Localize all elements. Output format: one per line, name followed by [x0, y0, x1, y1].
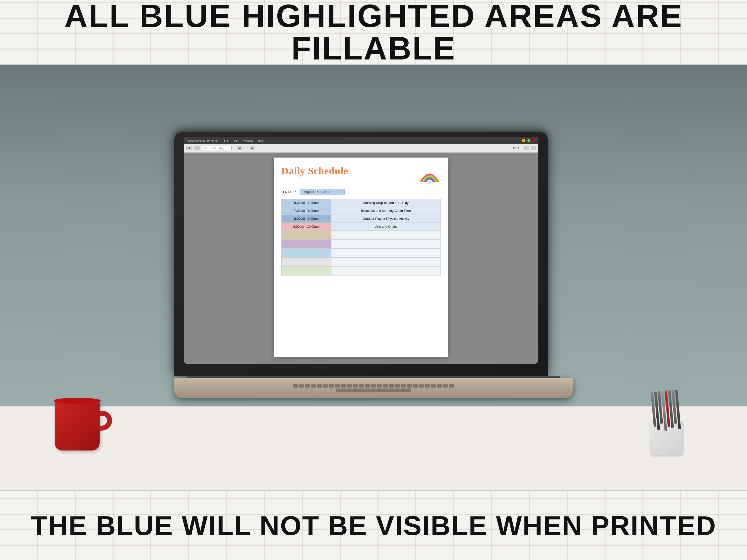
zoom-in-btn[interactable]: + [524, 146, 530, 150]
acrobat-menu-edit[interactable]: Edit [234, 139, 238, 142]
table-row [282, 267, 441, 275]
date-row: DATE : August 15th, 2023 [281, 189, 441, 195]
time-cell-empty[interactable] [282, 240, 331, 249]
document-title: Daily Schedule [281, 165, 348, 177]
laptop-keyboard-base [174, 378, 573, 398]
zoom-out-btn[interactable]: − [531, 146, 536, 150]
time-cell-empty[interactable] [282, 231, 331, 240]
zoom-level: 125% [513, 147, 519, 150]
document-area: Daily Schedule [184, 153, 538, 364]
close-btn[interactable] [532, 139, 535, 142]
search-btn[interactable]: 🔍 [194, 146, 200, 150]
bottom-banner-text: THE BLUE WILL NOT BE VISIBLE WHEN PRINTE… [31, 512, 717, 539]
schedule-table: 6.00am - 7.00am Morning Drop-off and Fre… [281, 198, 441, 275]
laptop-screen-bezel: Adobe Acrobat Pro (64-bit) File Edit Win… [174, 132, 548, 376]
time-cell[interactable]: 7.00am - 8.00am [282, 207, 331, 215]
pencil-holder [650, 421, 682, 455]
table-row [282, 240, 441, 249]
top-banner: ALL BLUE HIGHLIGHTED AREAS ARE FILLABLE [0, 0, 747, 65]
acrobat-toolbar: 🖨 🔍 Add a subheading... ◀ 1 / 1 ▶ 125% +… [184, 144, 538, 153]
laptop: Adobe Acrobat Pro (64-bit) File Edit Win… [174, 132, 573, 398]
trackpad [336, 389, 411, 392]
activity-cell-empty[interactable] [331, 267, 441, 275]
acrobat-title: Adobe Acrobat Pro (64-bit) [187, 139, 219, 142]
laptop-base-area [174, 376, 573, 398]
table-row: 8.00am - 9.00am Outdoor Play or Physical… [282, 215, 441, 223]
acrobat-titlebar: Adobe Acrobat Pro (64-bit) File Edit Win… [184, 137, 538, 144]
table-row: 6.00am - 7.00am Morning Drop-off and Fre… [282, 199, 441, 207]
bottom-banner: THE BLUE WILL NOT BE VISIBLE WHEN PRINTE… [0, 490, 747, 560]
activity-cell[interactable]: Outdoor Play or Physical Activity [331, 215, 441, 223]
prev-page-btn[interactable]: ◀ [237, 146, 242, 150]
doc-header: Daily Schedule [281, 165, 441, 185]
activity-cell-empty[interactable] [331, 240, 441, 249]
page-indicator: ◀ 1 / 1 ▶ [237, 146, 255, 150]
rainbow-icon [418, 165, 441, 185]
next-page-btn[interactable]: ▶ [250, 146, 255, 150]
time-cell[interactable]: 8.00am - 9.00am [282, 215, 331, 223]
time-cell-empty[interactable] [282, 267, 331, 275]
activity-cell-empty[interactable] [331, 249, 441, 258]
maximize-btn[interactable] [527, 139, 531, 142]
date-label: DATE [281, 190, 292, 194]
time-cell-empty[interactable] [282, 249, 331, 258]
desk-surface [0, 406, 747, 490]
table-row [282, 258, 441, 267]
acrobat-menu-help[interactable]: Help [258, 139, 264, 142]
table-row: 7.00am - 8.00am Breakfast and Morning Ci… [282, 207, 441, 215]
date-value[interactable]: August 15th, 2023 [300, 189, 344, 195]
laptop-screen: Adobe Acrobat Pro (64-bit) File Edit Win… [184, 137, 538, 364]
top-banner-text: ALL BLUE HIGHLIGHTED AREAS ARE FILLABLE [0, 0, 747, 64]
table-row [282, 231, 441, 240]
red-mug [55, 401, 105, 455]
activity-cell[interactable]: Breakfast and Morning Circle Time [331, 207, 441, 215]
activity-cell[interactable]: Arts and Crafts [331, 223, 441, 231]
middle-section: Adobe Acrobat Pro (64-bit) File Edit Win… [0, 65, 747, 490]
svg-rect-0 [428, 181, 431, 184]
document-page: Daily Schedule [274, 158, 448, 357]
time-cell[interactable]: 9.00am - 10.00am [282, 223, 331, 231]
search-field[interactable]: Add a subheading... [202, 146, 232, 150]
table-row: 9.00am - 10.00am Arts and Crafts [282, 223, 441, 231]
print-btn[interactable]: 🖨 [186, 146, 192, 150]
acrobat-menu-window[interactable]: Window [243, 139, 253, 142]
table-row [282, 249, 441, 258]
time-cell-empty[interactable] [282, 258, 331, 267]
time-cell[interactable]: 6.00am - 7.00am [282, 199, 331, 207]
acrobat-menu-file[interactable]: File [224, 139, 229, 142]
activity-cell-empty[interactable] [331, 231, 441, 240]
laptop-hinge [187, 376, 560, 378]
activity-cell[interactable]: Morning Drop-off and Free Play [331, 199, 441, 207]
activity-cell-empty[interactable] [331, 258, 441, 267]
minimize-btn[interactable] [522, 139, 525, 142]
